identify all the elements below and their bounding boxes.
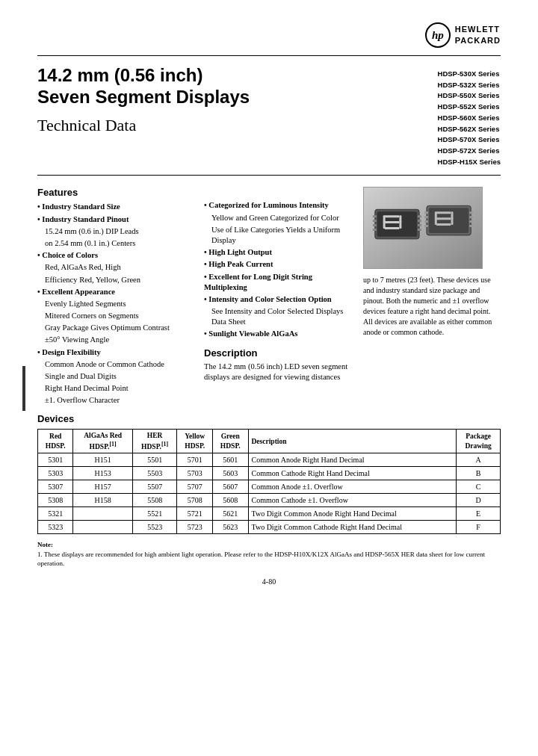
cell-red: 5323 xyxy=(38,521,73,534)
feature-item: Excellent for Long Digit String Multiple… xyxy=(204,272,350,293)
features-right-col: Categorized for Luminous IntensityYellow… xyxy=(204,187,350,407)
cell-green: 5607 xyxy=(213,480,248,494)
feature-item: Design Flexibility xyxy=(37,347,191,358)
series-item: HDSP-572X Series xyxy=(438,146,501,157)
feature-sub-text: See Intensity and Color Selected Display… xyxy=(211,306,350,327)
header: hp HEWLETT PACKARD xyxy=(37,22,501,48)
feature-sub-text: Yellow and Green Categorized for Color xyxy=(211,213,350,223)
cell-green: 5608 xyxy=(213,494,248,507)
series-item: HDSP-560X Series xyxy=(438,113,501,124)
cell-description: Common Cathode ±1. Overflow xyxy=(248,494,457,507)
cell-red: 5301 xyxy=(38,453,73,467)
col-her: HERHDSP.[1] xyxy=(132,430,177,453)
feature-item: Sunlight Viewable AlGaAs xyxy=(204,329,350,339)
cell-alg: H151 xyxy=(73,453,132,467)
hp-logo: hp HEWLETT PACKARD xyxy=(425,22,501,48)
feature-item: Categorized for Luminous Intensity xyxy=(204,200,350,211)
feature-sub-text: Efficiency Red, Yellow, Green xyxy=(45,275,191,285)
right-col: up to 7 metres (23 feet). These devices … xyxy=(363,187,501,407)
cell-description: Two Digit Common Anode Right Hand Decima… xyxy=(248,507,457,521)
series-item: HDSP-530X Series xyxy=(438,69,501,80)
notes-section: Note: 1. These displays are recommended … xyxy=(37,540,501,568)
feature-item: High Light Output xyxy=(204,247,350,258)
section-title: Technical Data xyxy=(37,116,250,135)
col-green: GreenHDSP. xyxy=(213,430,248,453)
page: hp HEWLETT PACKARD 14.2 mm (0.56 inch) S… xyxy=(0,0,538,756)
cell-yellow: 5707 xyxy=(177,480,213,494)
col-yellow: YellowHDSP. xyxy=(177,430,213,453)
main-content: Features Industry Standard SizeIndustry … xyxy=(37,187,501,407)
svg-rect-29 xyxy=(436,212,451,214)
cell-description: Common Anode ±1. Overflow xyxy=(248,480,457,494)
cell-alg: H153 xyxy=(73,467,132,480)
feature-sub-text: Common Anode or Common Cathode xyxy=(45,359,191,370)
devices-table-body: 5301H151550157015601Common Anode Right H… xyxy=(38,453,501,534)
feature-item: Intensity and Color Selection Option xyxy=(204,294,350,305)
description-section: Description The 14.2 mm (0.56 inch) LED … xyxy=(204,347,350,383)
cell-yellow: 5708 xyxy=(177,494,213,507)
table-row: 5321552157215621Two Digit Common Anode R… xyxy=(38,507,501,521)
svg-rect-25 xyxy=(469,212,473,214)
svg-rect-24 xyxy=(424,226,428,228)
table-row: 5301H151550157015601Common Anode Right H… xyxy=(38,453,501,467)
col-alg: AlGaAs RedHDSP.[1] xyxy=(73,430,132,453)
feature-sub-text: ±1. Overflow Character xyxy=(45,395,191,406)
cell-yellow: 5723 xyxy=(177,521,213,534)
cell-yellow: 5703 xyxy=(177,467,213,480)
series-item: HDSP-532X Series xyxy=(438,80,501,91)
svg-rect-26 xyxy=(469,217,473,219)
features-title: Features xyxy=(37,187,191,198)
product-title-main: 14.2 mm (0.56 inch) xyxy=(37,65,250,87)
title-section: 14.2 mm (0.56 inch) Seven Segment Displa… xyxy=(37,65,501,167)
svg-rect-21 xyxy=(424,212,428,214)
cell-red: 5308 xyxy=(38,494,73,507)
cell-her: 5503 xyxy=(132,467,177,480)
cell-her: 5507 xyxy=(132,480,177,494)
svg-rect-5 xyxy=(373,220,377,223)
cell-package: E xyxy=(457,507,501,521)
cell-description: Two Digit Common Cathode Right Hand Deci… xyxy=(248,521,457,534)
cell-alg: H158 xyxy=(73,494,132,507)
svg-rect-6 xyxy=(373,225,377,227)
notes-items: 1. These displays are recommended for hi… xyxy=(37,550,501,568)
cell-red: 5307 xyxy=(38,480,73,494)
cell-yellow: 5701 xyxy=(177,453,213,467)
cell-description: Common Anode Right Hand Decimal xyxy=(248,453,457,467)
devices-section: Devices RedHDSP. AlGaAs RedHDSP.[1] HERH… xyxy=(37,413,501,534)
cell-red: 5321 xyxy=(38,507,73,521)
feature-sub-text: on 2.54 mm (0.1 in.) Centers xyxy=(45,238,191,249)
table-row: 5303H153550357035603Common Cathode Right… xyxy=(38,467,501,480)
cell-green: 5601 xyxy=(213,453,248,467)
product-title-sub: Seven Segment Displays xyxy=(37,87,250,108)
feature-sub-text: Red, AlGaAs Red, High xyxy=(45,262,191,273)
col-pkg: PackageDrawing xyxy=(457,430,501,453)
title-left: 14.2 mm (0.56 inch) Seven Segment Displa… xyxy=(37,65,250,135)
svg-rect-23 xyxy=(424,221,428,223)
svg-rect-22 xyxy=(424,217,428,219)
cell-green: 5603 xyxy=(213,467,248,480)
svg-rect-8 xyxy=(418,216,421,218)
feature-sub-text: Use of Like Categories Yields a Uniform … xyxy=(211,225,350,246)
header-rule xyxy=(37,55,501,56)
cell-alg xyxy=(73,521,132,534)
svg-rect-31 xyxy=(436,224,451,226)
cell-package: B xyxy=(457,467,501,480)
cell-her: 5508 xyxy=(132,494,177,507)
svg-rect-34 xyxy=(435,218,437,226)
feature-sub-text: ±50° Viewing Angle xyxy=(45,335,191,345)
series-list: HDSP-530X SeriesHDSP-532X SeriesHDSP-550… xyxy=(438,69,501,167)
notes-title: Note: xyxy=(37,541,53,548)
feature-item: Industry Standard Pinout xyxy=(37,214,191,225)
feature-sub-text: Evenly Lighted Segments xyxy=(45,299,191,309)
devices-title: Devices xyxy=(37,413,501,424)
series-item: HDSP-550X Series xyxy=(438,90,501,102)
cell-her: 5501 xyxy=(132,453,177,467)
cell-description: Common Cathode Right Hand Decimal xyxy=(248,467,457,480)
devices-table: RedHDSP. AlGaAs RedHDSP.[1] HERHDSP.[1] … xyxy=(37,429,501,534)
series-item: HDSP-570X Series xyxy=(438,134,501,146)
product-image xyxy=(363,187,483,269)
title-rule xyxy=(37,175,501,176)
feature-sub-text: 15.24 mm (0.6 in.) DIP Leads xyxy=(45,226,191,237)
svg-rect-18 xyxy=(399,222,401,229)
svg-rect-28 xyxy=(469,226,473,228)
